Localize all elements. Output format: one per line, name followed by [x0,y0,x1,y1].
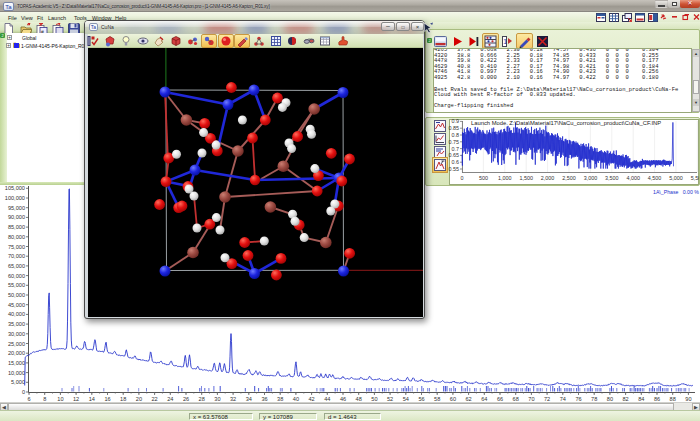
svg-text:1,000: 1,000 [498,175,512,181]
svg-text:0.75: 0.75 [449,139,460,145]
svg-text:0: 0 [461,175,464,181]
svg-text:Launch Mode. Z:\Data\Material1: Launch Mode. Z:\Data\Material17\NaCu_cor… [471,120,661,126]
svg-text:4,000: 4,000 [626,175,640,181]
svg-text:20,000: 20,000 [8,350,25,356]
svg-text:1A\_Phase 0.00 %: 1A\_Phase 0.00 % [653,189,699,195]
svg-text:55,000: 55,000 [8,282,25,288]
svg-text:10,000: 10,000 [8,370,25,376]
svg-text:100,000: 100,000 [5,195,25,201]
svg-text:90,000: 90,000 [8,214,25,220]
svg-text:0.85: 0.85 [449,125,460,131]
svg-text:50,000: 50,000 [8,292,25,298]
svg-text:35,000: 35,000 [8,321,25,327]
svg-text:3,000: 3,000 [584,175,598,181]
svg-text:4,500: 4,500 [648,175,662,181]
svg-text:2,000: 2,000 [541,175,555,181]
svg-text:65,000: 65,000 [8,263,25,269]
svg-text:0.9: 0.9 [452,118,460,124]
svg-text:75,000: 75,000 [8,244,25,250]
svg-text:0.8: 0.8 [452,132,460,138]
svg-text:15,000: 15,000 [8,360,25,366]
svg-text:80,000: 80,000 [8,234,25,240]
svg-text:25,000: 25,000 [8,341,25,347]
svg-text:1: 1 [503,38,507,45]
svg-text:0.65: 0.65 [449,152,460,158]
svg-text:0.55: 0.55 [449,166,460,172]
svg-text:85,000: 85,000 [8,224,25,230]
svg-text:0: 0 [22,389,25,395]
svg-text:5,000: 5,000 [11,379,25,385]
svg-text:60,000: 60,000 [8,273,25,279]
svg-text:30,000: 30,000 [8,331,25,337]
svg-text:70,000: 70,000 [8,253,25,259]
svg-text:95,000: 95,000 [8,205,25,211]
svg-text:2,500: 2,500 [562,175,576,181]
svg-text:0.7: 0.7 [452,146,460,152]
svg-text:1,500: 1,500 [519,175,533,181]
svg-text:105,000: 105,000 [5,185,25,191]
svg-text:40,000: 40,000 [8,311,25,317]
svg-text:45,000: 45,000 [8,302,25,308]
svg-text:500: 500 [479,175,488,181]
svg-text:0.6: 0.6 [452,159,460,165]
svg-text:5,000: 5,000 [669,175,683,181]
svg-text:3,500: 3,500 [605,175,619,181]
svg-text:5,500: 5,500 [691,175,699,181]
